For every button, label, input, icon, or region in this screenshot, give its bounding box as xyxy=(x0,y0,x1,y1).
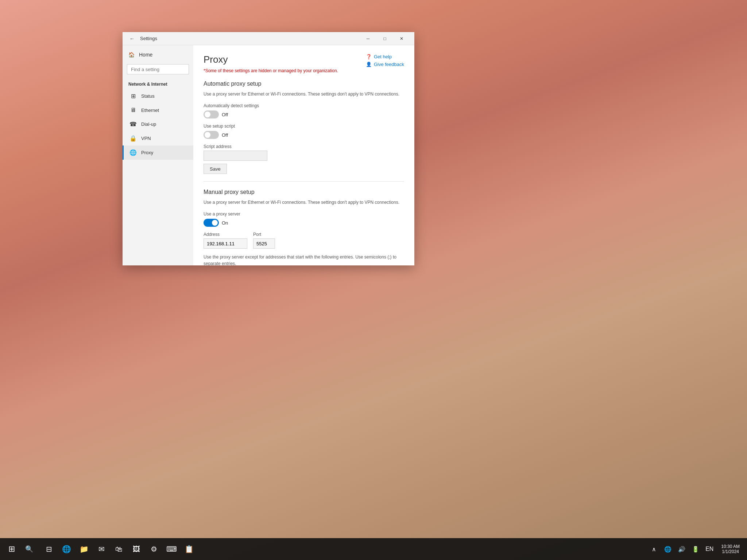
taskbar-items: ⊟ 🌐 📁 ✉ 🛍 🖼 ⚙ ⌨ 📋 xyxy=(38,541,647,557)
use-proxy-toggle-thumb xyxy=(212,220,218,226)
address-port-row: Address Port xyxy=(204,232,404,249)
give-feedback-link[interactable]: 👤 Give feedback xyxy=(366,62,404,67)
tray-volume-icon[interactable]: 🔊 xyxy=(675,541,688,557)
start-button[interactable]: ⊞ xyxy=(3,540,20,558)
taskbar-item-mail[interactable]: ✉ xyxy=(93,541,109,557)
sidebar: 🏠 Home Network & Internet ⊞ Status 🖥 Eth… xyxy=(123,45,193,265)
sidebar-item-proxy[interactable]: 🌐 Proxy xyxy=(123,145,193,160)
taskbar-tray: ∧ 🌐 🔊 🔋 EN 10:30 AM 1/1/2024 xyxy=(647,541,744,557)
address-input[interactable] xyxy=(204,238,247,249)
taskbar-search-button[interactable]: 🔍 xyxy=(20,540,38,558)
dialup-label: Dial-up xyxy=(141,121,156,127)
setup-script-toggle-thumb xyxy=(205,132,210,138)
window-title: Settings xyxy=(140,36,360,41)
auto-save-button[interactable]: Save xyxy=(204,164,227,174)
title-bar: ← Settings ─ □ ✕ xyxy=(123,32,414,45)
tray-battery-icon[interactable]: 🔋 xyxy=(689,541,702,557)
port-input[interactable] xyxy=(253,238,275,249)
automatic-section-desc: Use a proxy server for Ethernet or Wi-Fi… xyxy=(204,91,404,97)
sidebar-item-home[interactable]: 🏠 Home xyxy=(123,48,193,61)
auto-detect-label: Automatically detect settings xyxy=(204,103,404,108)
sidebar-item-ethernet[interactable]: 🖥 Ethernet xyxy=(123,103,193,117)
taskbar-time: 10:30 AM xyxy=(721,544,740,549)
search-input[interactable] xyxy=(127,64,189,74)
taskbar-item-edge[interactable]: 🌐 xyxy=(58,541,74,557)
tray-network-icon[interactable]: 🌐 xyxy=(661,541,674,557)
taskbar-item-taskview[interactable]: ⊟ xyxy=(41,541,57,557)
use-proxy-toggle[interactable] xyxy=(204,219,219,227)
script-address-group: Script address xyxy=(204,144,404,161)
give-feedback-label: Give feedback xyxy=(374,62,404,67)
exclusion-desc: Use the proxy server except for addresse… xyxy=(204,254,404,265)
setup-script-label: Use setup script xyxy=(204,124,404,129)
use-proxy-toggle-container: On xyxy=(204,219,404,227)
window-controls: ─ □ ✕ xyxy=(360,32,410,45)
script-address-input[interactable] xyxy=(204,151,267,161)
tray-lang-icon[interactable]: EN xyxy=(703,541,716,557)
taskbar-item-explorer[interactable]: 📁 xyxy=(76,541,92,557)
use-proxy-label: Use a proxy server xyxy=(204,211,404,217)
auto-detect-row: Automatically detect settings Off xyxy=(204,103,404,118)
address-label: Address xyxy=(204,232,247,237)
sidebar-item-vpn[interactable]: 🔒 VPN xyxy=(123,131,193,145)
taskbar-item-misc[interactable]: 📋 xyxy=(181,541,197,557)
section-divider xyxy=(204,181,404,182)
vpn-icon: 🔒 xyxy=(129,135,137,142)
give-feedback-icon: 👤 xyxy=(366,62,372,67)
minimize-button[interactable]: ─ xyxy=(360,32,376,45)
port-group: Port xyxy=(253,232,275,249)
window-body: 🏠 Home Network & Internet ⊞ Status 🖥 Eth… xyxy=(123,45,414,265)
use-proxy-state: On xyxy=(222,220,228,226)
helper-links: ❓ Get help 👤 Give feedback xyxy=(366,54,404,67)
org-notice: *Some of these settings are hidden or ma… xyxy=(204,68,404,73)
vpn-label: VPN xyxy=(141,136,151,141)
manual-section-title: Manual proxy setup xyxy=(204,189,404,195)
sidebar-section-title: Network & Internet xyxy=(123,77,193,89)
tray-chevron[interactable]: ∧ xyxy=(647,541,661,557)
proxy-icon: 🌐 xyxy=(129,149,137,156)
setup-script-state: Off xyxy=(222,132,228,138)
auto-detect-toggle-thumb xyxy=(205,112,210,117)
taskbar-item-photos[interactable]: 🖼 xyxy=(128,541,144,557)
desktop: ← Settings ─ □ ✕ 🏠 Home Network & Intern… xyxy=(0,0,747,560)
setup-script-toggle-container: Off xyxy=(204,131,404,139)
taskbar-date: 1/1/2024 xyxy=(722,549,739,554)
status-icon: ⊞ xyxy=(129,93,137,100)
ethernet-icon: 🖥 xyxy=(129,107,137,113)
manual-section-desc: Use a proxy server for Ethernet or Wi-Fi… xyxy=(204,199,404,206)
auto-detect-toggle[interactable] xyxy=(204,110,219,118)
back-button[interactable]: ← xyxy=(127,34,137,44)
proxy-label: Proxy xyxy=(141,150,153,155)
taskbar: ⊞ 🔍 ⊟ 🌐 📁 ✉ 🛍 🖼 ⚙ ⌨ 📋 ∧ 🌐 🔊 🔋 EN 10:30 A… xyxy=(0,538,747,560)
address-group: Address xyxy=(204,232,247,249)
status-label: Status xyxy=(141,93,155,99)
settings-window: ← Settings ─ □ ✕ 🏠 Home Network & Intern… xyxy=(123,32,414,265)
port-label: Port xyxy=(253,232,275,237)
taskbar-item-terminal[interactable]: ⌨ xyxy=(163,541,179,557)
sidebar-search-container xyxy=(127,64,189,74)
taskbar-clock[interactable]: 10:30 AM 1/1/2024 xyxy=(717,544,744,554)
setup-script-toggle[interactable] xyxy=(204,131,219,139)
taskbar-item-store[interactable]: 🛍 xyxy=(111,541,127,557)
get-help-label: Get help xyxy=(374,54,392,59)
auto-detect-toggle-container: Off xyxy=(204,110,404,118)
main-content: ❓ Get help 👤 Give feedback Proxy *Some o… xyxy=(193,45,414,265)
auto-detect-state: Off xyxy=(222,112,228,117)
automatic-section-title: Automatic proxy setup xyxy=(204,81,404,87)
script-address-label: Script address xyxy=(204,144,404,149)
setup-script-row: Use setup script Off xyxy=(204,124,404,139)
sidebar-item-status[interactable]: ⊞ Status xyxy=(123,89,193,103)
sidebar-item-dialup[interactable]: ☎ Dial-up xyxy=(123,117,193,131)
ethernet-label: Ethernet xyxy=(141,108,159,113)
home-label: Home xyxy=(139,52,152,58)
get-help-icon: ❓ xyxy=(366,54,372,59)
use-proxy-row: Use a proxy server On xyxy=(204,211,404,227)
home-icon: 🏠 xyxy=(128,52,135,58)
get-help-link[interactable]: ❓ Get help xyxy=(366,54,404,59)
dialup-icon: ☎ xyxy=(129,121,137,128)
taskbar-item-settings[interactable]: ⚙ xyxy=(146,541,162,557)
maximize-button[interactable]: □ xyxy=(376,32,393,45)
close-button[interactable]: ✕ xyxy=(393,32,410,45)
